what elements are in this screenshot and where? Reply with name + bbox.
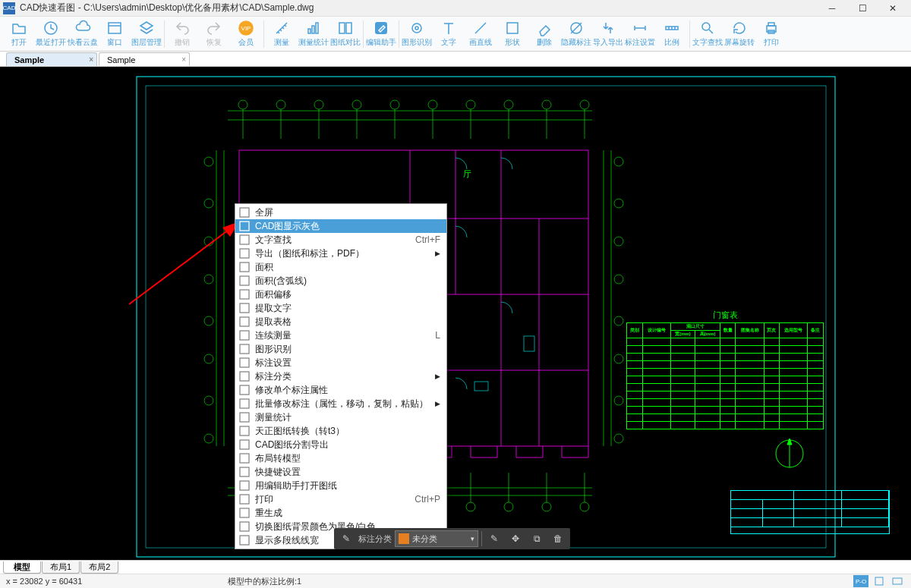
rotate-icon [731, 20, 748, 36]
tool-label: 屏幕旋转 [724, 37, 755, 48]
menu-item-13[interactable]: 修改单个标注属性 [235, 383, 446, 397]
drawing-canvas[interactable]: 厅 门窗表 类别设计编号洞口尺寸数量图集名称页次选用型号备注宽(mm)高(mm)… [0, 67, 911, 571]
tool-io[interactable]: 导入导出 [592, 18, 624, 50]
tool-label: 比例 [664, 37, 679, 48]
tool-shape[interactable]: 形状 [496, 18, 528, 50]
tool-edit[interactable]: 编辑助手 [365, 18, 397, 50]
menu-item-10[interactable]: 图形识别 [235, 342, 446, 356]
svg-point-35 [466, 100, 475, 109]
tool-label: 窗口 [107, 37, 122, 48]
tool-find[interactable]: 文字查找 [692, 18, 723, 50]
menu-item-11[interactable]: 标注设置 [235, 356, 446, 369]
svg-point-63 [614, 157, 623, 166]
menu-icon [238, 343, 251, 355]
tool-scale[interactable]: 比例 [656, 18, 688, 50]
menu-icon [238, 316, 251, 328]
tool-rotate[interactable]: 屏幕旋转 [723, 18, 755, 50]
tool-redo[interactable]: 恢复 [198, 18, 230, 50]
menu-item-15[interactable]: 测量统计 [235, 410, 446, 424]
maximize-button[interactable]: ☐ [847, 0, 878, 17]
svg-rect-13 [507, 23, 518, 33]
doc-tab-1[interactable]: Sample× [99, 52, 190, 66]
menu-item-9[interactable]: 连续测量L [235, 329, 446, 342]
tool-window[interactable]: 窗口 [99, 18, 131, 50]
close-button[interactable]: ✕ [878, 0, 908, 17]
menu-item-0[interactable]: 全屏 [235, 206, 446, 219]
dimset-icon [632, 20, 648, 36]
tool-label: 标注设置 [625, 37, 655, 48]
menu-item-22[interactable]: 重生成 [235, 506, 446, 520]
status-icon-3[interactable] [890, 575, 905, 587]
menu-item-6[interactable]: 面积偏移 [235, 288, 446, 301]
tool-layers[interactable]: 图层管理 [131, 18, 162, 50]
menu-item-20[interactable]: 用编辑助手打开图纸 [235, 479, 446, 492]
svg-point-61 [204, 396, 213, 405]
room-label: 厅 [463, 169, 471, 178]
tool-recent[interactable]: 最近打开 [35, 18, 67, 50]
menu-item-19[interactable]: 快捷键设置 [235, 465, 446, 479]
tool-text[interactable]: 文字 [433, 18, 465, 50]
menu-item-18[interactable]: 布局转模型 [235, 451, 446, 465]
hide-icon [568, 20, 585, 36]
layout-tab-1[interactable]: 布局1 [42, 561, 80, 574]
menu-item-2[interactable]: 文字查找Ctrl+F [235, 233, 446, 247]
layout-tab-2[interactable]: 布局2 [80, 561, 118, 574]
status-icon-2[interactable] [872, 575, 887, 587]
menu-item-3[interactable]: 导出（图纸和标注，PDF）▶ [235, 247, 446, 260]
tool-vip[interactable]: VIP会员 [230, 18, 262, 50]
svg-rect-117 [240, 358, 249, 367]
tool-dimset[interactable]: 标注设置 [624, 18, 656, 50]
tool-measure[interactable]: 测量 [266, 18, 298, 50]
menu-item-5[interactable]: 面积(含弧线) [235, 274, 446, 288]
svg-rect-119 [240, 385, 249, 395]
svg-point-55 [204, 157, 213, 166]
tool-folder[interactable]: 打开 [3, 18, 35, 50]
delete-icon[interactable]: 🗑 [549, 530, 567, 548]
close-tab-icon[interactable]: × [181, 55, 186, 64]
layout-tab-0[interactable]: 模型 [3, 561, 41, 574]
menu-label: 测量统计 [255, 411, 292, 424]
menu-label: 重生成 [255, 507, 282, 520]
menu-label: 面积 [255, 261, 273, 274]
status-icon-1[interactable]: P-O [853, 575, 868, 587]
tool-cloud[interactable]: 快看云盘 [67, 18, 99, 50]
edit-icon[interactable]: ✎ [485, 530, 503, 548]
tool-erase[interactable]: 删除 [528, 18, 560, 50]
svg-point-48 [580, 502, 589, 511]
window-title: CAD快速看图 - C:\Users\admin\Desktop\优化备用素材\… [20, 2, 817, 14]
svg-rect-127 [240, 495, 249, 504]
menu-label: 标注设置 [255, 357, 292, 369]
menu-label: CAD图纸分割导出 [255, 439, 329, 451]
menu-item-21[interactable]: 打印Ctrl+P [235, 492, 446, 506]
menu-item-16[interactable]: 天正图纸转换（转t3） [235, 424, 446, 438]
text-icon [440, 20, 457, 36]
category-dropdown[interactable]: 未分类 ▾ [395, 530, 478, 547]
minimize-button[interactable]: ─ [817, 0, 847, 17]
tool-hide[interactable]: 隐藏标注 [560, 18, 592, 50]
menu-icon [238, 520, 251, 533]
copy-icon[interactable]: ⧉ [528, 530, 546, 548]
tool-undo[interactable]: 撤销 [166, 18, 198, 50]
tool-stats[interactable]: 测量统计 [298, 18, 329, 50]
menu-label: 显示多段线线宽 [255, 534, 319, 547]
tool-line[interactable]: 画直线 [465, 18, 496, 50]
tool-print[interactable]: 打印 [755, 18, 787, 50]
menu-item-8[interactable]: 提取表格 [235, 315, 446, 329]
status-bar: x = 23082 y = 60431 模型中的标注比例:1 P-O [0, 574, 911, 588]
doc-tab-0[interactable]: Sample× [6, 52, 97, 66]
tool-recognize[interactable]: 图形识别 [401, 18, 433, 50]
move-icon[interactable]: ✥ [506, 530, 525, 548]
menu-item-14[interactable]: 批量修改标注（属性，移动，复制，粘贴）▶ [235, 397, 446, 410]
menu-item-1[interactable]: CAD图显示灰色 [235, 219, 446, 233]
menu-item-4[interactable]: 面积 [235, 260, 446, 274]
annotate-icon[interactable]: ✎ [337, 530, 355, 548]
menu-item-17[interactable]: CAD图纸分割导出 [235, 438, 446, 451]
tool-label: 画直线 [469, 37, 492, 48]
menu-label: 修改单个标注属性 [255, 384, 328, 397]
tool-compare[interactable]: 图纸对比 [329, 18, 361, 50]
tool-label: 最近打开 [36, 37, 66, 48]
menu-item-12[interactable]: 标注分类▶ [235, 369, 446, 383]
svg-point-46 [504, 502, 513, 511]
menu-item-7[interactable]: 提取文字 [235, 301, 446, 315]
close-tab-icon[interactable]: × [89, 55, 93, 64]
